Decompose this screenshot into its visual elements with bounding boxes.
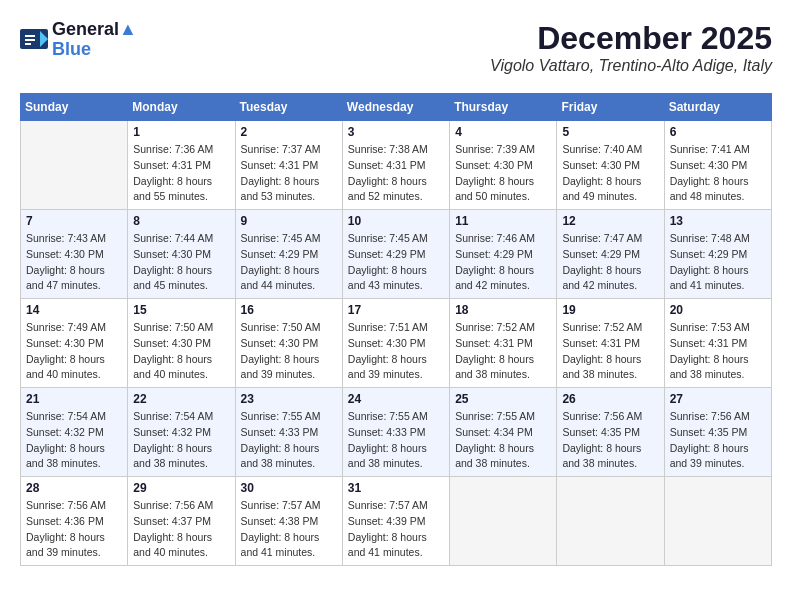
calendar-cell: 4Sunrise: 7:39 AMSunset: 4:30 PMDaylight… <box>450 121 557 210</box>
day-info: Sunrise: 7:45 AMSunset: 4:29 PMDaylight:… <box>241 231 337 294</box>
calendar-cell: 23Sunrise: 7:55 AMSunset: 4:33 PMDayligh… <box>235 388 342 477</box>
day-info: Sunrise: 7:50 AMSunset: 4:30 PMDaylight:… <box>133 320 229 383</box>
day-number: 21 <box>26 392 122 406</box>
location-title: Vigolo Vattaro, Trentino-Alto Adige, Ita… <box>490 57 772 75</box>
calendar-cell: 13Sunrise: 7:48 AMSunset: 4:29 PMDayligh… <box>664 210 771 299</box>
day-number: 4 <box>455 125 551 139</box>
day-number: 19 <box>562 303 658 317</box>
day-info: Sunrise: 7:49 AMSunset: 4:30 PMDaylight:… <box>26 320 122 383</box>
calendar-cell <box>664 477 771 566</box>
calendar-cell: 22Sunrise: 7:54 AMSunset: 4:32 PMDayligh… <box>128 388 235 477</box>
day-number: 20 <box>670 303 766 317</box>
day-info: Sunrise: 7:47 AMSunset: 4:29 PMDaylight:… <box>562 231 658 294</box>
day-info: Sunrise: 7:39 AMSunset: 4:30 PMDaylight:… <box>455 142 551 205</box>
day-number: 8 <box>133 214 229 228</box>
day-info: Sunrise: 7:56 AMSunset: 4:35 PMDaylight:… <box>562 409 658 472</box>
calendar-cell: 5Sunrise: 7:40 AMSunset: 4:30 PMDaylight… <box>557 121 664 210</box>
calendar-cell: 1Sunrise: 7:36 AMSunset: 4:31 PMDaylight… <box>128 121 235 210</box>
day-number: 30 <box>241 481 337 495</box>
calendar-cell: 2Sunrise: 7:37 AMSunset: 4:31 PMDaylight… <box>235 121 342 210</box>
day-number: 15 <box>133 303 229 317</box>
day-number: 27 <box>670 392 766 406</box>
day-number: 29 <box>133 481 229 495</box>
day-info: Sunrise: 7:45 AMSunset: 4:29 PMDaylight:… <box>348 231 444 294</box>
calendar-cell: 20Sunrise: 7:53 AMSunset: 4:31 PMDayligh… <box>664 299 771 388</box>
calendar-week-row: 28Sunrise: 7:56 AMSunset: 4:36 PMDayligh… <box>21 477 772 566</box>
day-info: Sunrise: 7:36 AMSunset: 4:31 PMDaylight:… <box>133 142 229 205</box>
day-number: 6 <box>670 125 766 139</box>
logo-icon <box>20 29 50 51</box>
day-number: 12 <box>562 214 658 228</box>
calendar-cell: 6Sunrise: 7:41 AMSunset: 4:30 PMDaylight… <box>664 121 771 210</box>
day-number: 14 <box>26 303 122 317</box>
day-number: 13 <box>670 214 766 228</box>
day-info: Sunrise: 7:56 AMSunset: 4:35 PMDaylight:… <box>670 409 766 472</box>
calendar-cell: 21Sunrise: 7:54 AMSunset: 4:32 PMDayligh… <box>21 388 128 477</box>
day-info: Sunrise: 7:52 AMSunset: 4:31 PMDaylight:… <box>562 320 658 383</box>
calendar-cell: 10Sunrise: 7:45 AMSunset: 4:29 PMDayligh… <box>342 210 449 299</box>
day-number: 9 <box>241 214 337 228</box>
logo-text: General▲ Blue <box>52 20 137 60</box>
day-number: 16 <box>241 303 337 317</box>
day-number: 17 <box>348 303 444 317</box>
calendar-cell <box>450 477 557 566</box>
calendar-cell: 24Sunrise: 7:55 AMSunset: 4:33 PMDayligh… <box>342 388 449 477</box>
logo-blue: ▲ <box>119 19 137 39</box>
calendar-cell: 12Sunrise: 7:47 AMSunset: 4:29 PMDayligh… <box>557 210 664 299</box>
calendar-week-row: 1Sunrise: 7:36 AMSunset: 4:31 PMDaylight… <box>21 121 772 210</box>
day-info: Sunrise: 7:44 AMSunset: 4:30 PMDaylight:… <box>133 231 229 294</box>
calendar: SundayMondayTuesdayWednesdayThursdayFrid… <box>20 93 772 566</box>
weekday-header-wednesday: Wednesday <box>342 94 449 121</box>
calendar-week-row: 21Sunrise: 7:54 AMSunset: 4:32 PMDayligh… <box>21 388 772 477</box>
calendar-cell: 31Sunrise: 7:57 AMSunset: 4:39 PMDayligh… <box>342 477 449 566</box>
calendar-cell: 26Sunrise: 7:56 AMSunset: 4:35 PMDayligh… <box>557 388 664 477</box>
weekday-header-tuesday: Tuesday <box>235 94 342 121</box>
day-number: 23 <box>241 392 337 406</box>
day-number: 5 <box>562 125 658 139</box>
day-info: Sunrise: 7:40 AMSunset: 4:30 PMDaylight:… <box>562 142 658 205</box>
day-info: Sunrise: 7:55 AMSunset: 4:33 PMDaylight:… <box>241 409 337 472</box>
weekday-header-sunday: Sunday <box>21 94 128 121</box>
calendar-cell: 30Sunrise: 7:57 AMSunset: 4:38 PMDayligh… <box>235 477 342 566</box>
day-number: 26 <box>562 392 658 406</box>
day-info: Sunrise: 7:54 AMSunset: 4:32 PMDaylight:… <box>133 409 229 472</box>
calendar-header-row: SundayMondayTuesdayWednesdayThursdayFrid… <box>21 94 772 121</box>
day-number: 11 <box>455 214 551 228</box>
day-info: Sunrise: 7:57 AMSunset: 4:38 PMDaylight:… <box>241 498 337 561</box>
day-info: Sunrise: 7:38 AMSunset: 4:31 PMDaylight:… <box>348 142 444 205</box>
calendar-cell <box>21 121 128 210</box>
day-number: 24 <box>348 392 444 406</box>
weekday-header-saturday: Saturday <box>664 94 771 121</box>
day-info: Sunrise: 7:55 AMSunset: 4:33 PMDaylight:… <box>348 409 444 472</box>
weekday-header-friday: Friday <box>557 94 664 121</box>
day-info: Sunrise: 7:48 AMSunset: 4:29 PMDaylight:… <box>670 231 766 294</box>
calendar-cell: 11Sunrise: 7:46 AMSunset: 4:29 PMDayligh… <box>450 210 557 299</box>
logo-line1: General <box>52 19 119 39</box>
day-info: Sunrise: 7:50 AMSunset: 4:30 PMDaylight:… <box>241 320 337 383</box>
day-info: Sunrise: 7:43 AMSunset: 4:30 PMDaylight:… <box>26 231 122 294</box>
day-info: Sunrise: 7:55 AMSunset: 4:34 PMDaylight:… <box>455 409 551 472</box>
day-info: Sunrise: 7:51 AMSunset: 4:30 PMDaylight:… <box>348 320 444 383</box>
day-info: Sunrise: 7:56 AMSunset: 4:37 PMDaylight:… <box>133 498 229 561</box>
day-number: 7 <box>26 214 122 228</box>
month-title: December 2025 <box>490 20 772 57</box>
calendar-cell: 7Sunrise: 7:43 AMSunset: 4:30 PMDaylight… <box>21 210 128 299</box>
calendar-cell: 28Sunrise: 7:56 AMSunset: 4:36 PMDayligh… <box>21 477 128 566</box>
day-info: Sunrise: 7:41 AMSunset: 4:30 PMDaylight:… <box>670 142 766 205</box>
calendar-cell: 29Sunrise: 7:56 AMSunset: 4:37 PMDayligh… <box>128 477 235 566</box>
day-number: 22 <box>133 392 229 406</box>
calendar-cell: 14Sunrise: 7:49 AMSunset: 4:30 PMDayligh… <box>21 299 128 388</box>
calendar-cell: 8Sunrise: 7:44 AMSunset: 4:30 PMDaylight… <box>128 210 235 299</box>
calendar-cell: 15Sunrise: 7:50 AMSunset: 4:30 PMDayligh… <box>128 299 235 388</box>
day-info: Sunrise: 7:56 AMSunset: 4:36 PMDaylight:… <box>26 498 122 561</box>
day-number: 3 <box>348 125 444 139</box>
calendar-cell: 9Sunrise: 7:45 AMSunset: 4:29 PMDaylight… <box>235 210 342 299</box>
day-info: Sunrise: 7:53 AMSunset: 4:31 PMDaylight:… <box>670 320 766 383</box>
day-number: 25 <box>455 392 551 406</box>
calendar-cell: 19Sunrise: 7:52 AMSunset: 4:31 PMDayligh… <box>557 299 664 388</box>
day-info: Sunrise: 7:52 AMSunset: 4:31 PMDaylight:… <box>455 320 551 383</box>
calendar-cell <box>557 477 664 566</box>
day-number: 10 <box>348 214 444 228</box>
day-number: 2 <box>241 125 337 139</box>
day-info: Sunrise: 7:57 AMSunset: 4:39 PMDaylight:… <box>348 498 444 561</box>
